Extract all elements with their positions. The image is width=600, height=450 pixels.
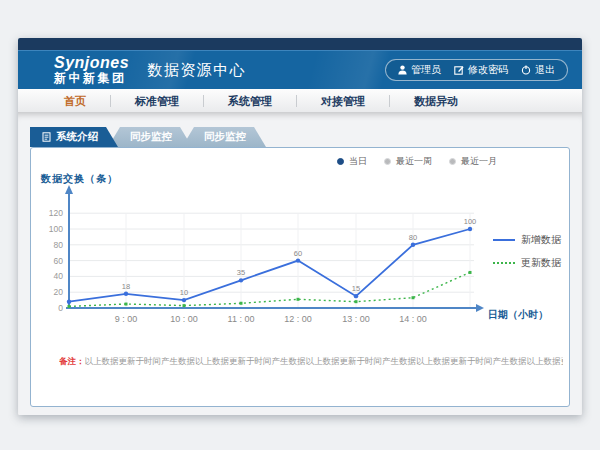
chart-x-axis-title: 日期（小时） xyxy=(488,308,548,322)
footnote-text: 以上数据更新于时间产生数据以上数据更新于时间产生数据以上数据更新于时间产生数据以… xyxy=(85,356,564,366)
filter-last-week[interactable]: 最近一周 xyxy=(384,155,432,168)
svg-text:12 : 00: 12 : 00 xyxy=(284,314,312,324)
legend-label: 更新数据 xyxy=(521,256,561,270)
tab-label: 系统介绍 xyxy=(56,130,98,144)
svg-text:18: 18 xyxy=(122,282,130,291)
svg-text:20: 20 xyxy=(54,287,64,297)
time-range-filters: 当日 最近一周 最近一月 xyxy=(337,155,497,168)
main-nav: 首页 标准管理 系统管理 对接管理 数据异动 xyxy=(18,89,582,114)
app-header: Synjones 新中新集团 数据资源中心 管理员 修改密码 xyxy=(18,50,582,89)
nav-item-standard-mgmt[interactable]: 标准管理 xyxy=(111,94,203,109)
svg-text:11 : 00: 11 : 00 xyxy=(228,314,255,324)
nav-item-interface-mgmt[interactable]: 对接管理 xyxy=(297,94,389,109)
svg-text:60: 60 xyxy=(54,256,64,266)
filter-last-month[interactable]: 最近一月 xyxy=(449,155,497,168)
legend-new-data: 新增数据 xyxy=(493,233,561,247)
radio-dot xyxy=(384,158,391,165)
top-strip xyxy=(18,38,582,50)
user-menu-logout-label: 退出 xyxy=(535,63,555,77)
svg-text:120: 120 xyxy=(49,208,63,218)
tab-bar: 系统介绍 同步监控 同步监控 xyxy=(30,127,266,147)
svg-text:0: 0 xyxy=(58,303,63,313)
svg-text:80: 80 xyxy=(409,233,417,242)
nav-item-system-mgmt[interactable]: 系统管理 xyxy=(204,94,296,109)
user-menu: 管理员 修改密码 退出 xyxy=(385,59,568,81)
logo: Synjones 新中新集团 xyxy=(54,55,129,84)
logo-wordmark: Synjones xyxy=(54,55,129,72)
user-menu-admin[interactable]: 管理员 xyxy=(398,63,441,77)
svg-text:40: 40 xyxy=(54,271,64,281)
line-chart: 0204060801001209 : 0010 : 0011 : 0012 : … xyxy=(39,185,489,335)
chart-panel: 当日 最近一周 最近一月 数据交换（条） 0204060801001209 : … xyxy=(30,147,570,407)
tab-label: 同步监控 xyxy=(204,130,246,144)
user-menu-admin-label: 管理员 xyxy=(411,63,441,77)
svg-text:60: 60 xyxy=(294,249,302,258)
filter-label: 最近一月 xyxy=(461,155,497,168)
app-window: Synjones 新中新集团 数据资源中心 管理员 修改密码 xyxy=(18,38,582,415)
legend-dotted-line-swatch xyxy=(493,262,515,264)
svg-text:10: 10 xyxy=(180,288,188,297)
tab-sync-monitor-2[interactable]: 同步监控 xyxy=(182,127,266,147)
svg-text:35: 35 xyxy=(237,268,245,277)
user-menu-change-password-label: 修改密码 xyxy=(468,63,508,77)
user-icon xyxy=(398,65,407,75)
chart-legend: 新增数据 更新数据 xyxy=(493,233,561,279)
document-icon xyxy=(42,132,51,142)
svg-text:9 : 00: 9 : 00 xyxy=(115,314,138,324)
power-icon xyxy=(521,65,531,75)
footnote: 备注：以上数据更新于时间产生数据以上数据更新于时间产生数据以上数据更新于时间产生… xyxy=(59,356,563,368)
tab-sync-monitor-1[interactable]: 同步监控 xyxy=(108,127,192,147)
filter-today[interactable]: 当日 xyxy=(337,155,367,168)
svg-text:15: 15 xyxy=(352,284,360,293)
filter-label: 最近一周 xyxy=(396,155,432,168)
svg-text:100: 100 xyxy=(49,224,63,234)
nav-item-home[interactable]: 首页 xyxy=(40,94,110,109)
svg-text:10 : 00: 10 : 00 xyxy=(170,314,198,324)
edit-icon xyxy=(454,65,464,75)
legend-update-data: 更新数据 xyxy=(493,256,561,270)
chart-y-axis-title: 数据交换（条） xyxy=(41,172,118,186)
svg-text:80: 80 xyxy=(54,240,64,250)
user-menu-logout[interactable]: 退出 xyxy=(521,63,555,77)
tab-system-intro[interactable]: 系统介绍 xyxy=(30,127,118,147)
radio-dot xyxy=(449,158,456,165)
svg-text:100: 100 xyxy=(464,217,477,226)
content-area: 系统介绍 同步监控 同步监控 当日 最近一周 xyxy=(18,112,582,415)
app-title: 数据资源中心 xyxy=(147,61,246,80)
logo-subtitle: 新中新集团 xyxy=(54,72,129,85)
svg-text:13 : 00: 13 : 00 xyxy=(342,314,370,324)
footnote-prefix: 备注： xyxy=(59,356,85,366)
user-menu-change-password[interactable]: 修改密码 xyxy=(454,63,508,77)
svg-text:14 : 00: 14 : 00 xyxy=(399,314,427,324)
legend-solid-line-swatch xyxy=(493,239,515,241)
radio-dot-active xyxy=(337,158,344,165)
filter-label: 当日 xyxy=(349,155,367,168)
tab-label: 同步监控 xyxy=(130,130,172,144)
legend-label: 新增数据 xyxy=(521,233,561,247)
nav-item-data-change[interactable]: 数据异动 xyxy=(390,94,482,109)
